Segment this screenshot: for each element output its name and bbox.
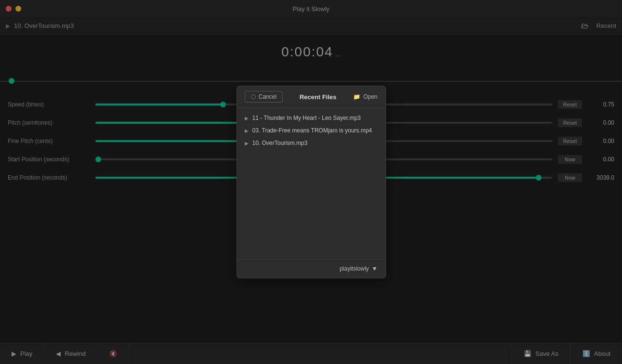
modal-title: Recent Files xyxy=(283,93,353,101)
profile-button[interactable]: playitslowly ▼ xyxy=(340,265,378,272)
modal-header: Cancel Recent Files 📁 Open xyxy=(237,86,385,108)
open-icon: 📁 xyxy=(353,93,360,100)
filename-2: 03. Trade-Free means TROMjaro is yours.m… xyxy=(252,127,372,134)
filename-1: 11 - Thunder In My Heart - Leo Sayer.mp3 xyxy=(252,115,361,121)
modal-cancel-button[interactable]: Cancel xyxy=(245,91,283,103)
cancel-radio-icon xyxy=(251,94,256,99)
modal-cancel-label: Cancel xyxy=(259,93,277,100)
file-icon-1: ▶ xyxy=(245,116,249,121)
recent-files-modal: Cancel Recent Files 📁 Open ▶ 11 - Thunde… xyxy=(237,86,386,278)
modal-overlay[interactable]: Cancel Recent Files 📁 Open ▶ 11 - Thunde… xyxy=(0,0,622,364)
file-icon-3: ▶ xyxy=(245,141,249,146)
filename-3: 10. OverTourism.mp3 xyxy=(252,140,308,146)
list-item[interactable]: ▶ 11 - Thunder In My Heart - Leo Sayer.m… xyxy=(239,112,384,124)
modal-footer: playitslowly ▼ xyxy=(237,259,385,278)
list-item[interactable]: ▶ 03. Trade-Free means TROMjaro is yours… xyxy=(239,124,384,137)
list-item[interactable]: ▶ 10. OverTourism.mp3 xyxy=(239,137,384,149)
profile-label: playitslowly xyxy=(340,265,369,272)
modal-open-button[interactable]: 📁 Open xyxy=(353,93,377,100)
file-icon-2: ▶ xyxy=(245,128,249,133)
modal-open-label: Open xyxy=(363,93,377,100)
chevron-down-icon: ▼ xyxy=(372,265,378,272)
modal-files-list: ▶ 11 - Thunder In My Heart - Leo Sayer.m… xyxy=(237,108,385,259)
